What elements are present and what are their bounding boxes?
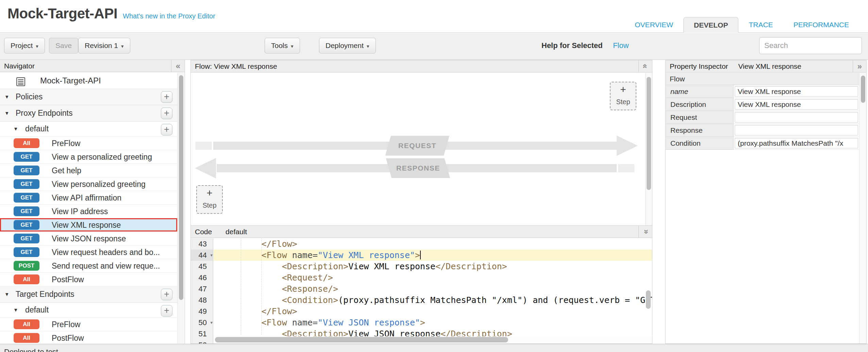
- inspector-field-input[interactable]: View XML response: [735, 86, 858, 97]
- code-hscrollbar-thumb[interactable]: [215, 337, 508, 342]
- indent-guide: [261, 238, 262, 335]
- tab-develop[interactable]: DEVELOP: [683, 17, 738, 33]
- help-flow-link[interactable]: Flow: [613, 41, 629, 50]
- flow-name-label: PreFlow: [52, 320, 80, 329]
- navigator-flow-postflow[interactable]: AllPostFlow: [0, 331, 177, 344]
- line-number-46: 46: [191, 272, 213, 283]
- code-token: <Description>: [282, 261, 349, 271]
- section-target-endpoints[interactable]: ▾ Target Endpoints +: [0, 286, 177, 303]
- line-number-51: 51: [191, 328, 213, 339]
- navigator-flow-preflow[interactable]: AllPreFlow: [0, 318, 177, 331]
- revision-button[interactable]: Revision 1▾: [78, 38, 130, 53]
- inspector-field-value-cell: [734, 124, 859, 137]
- code-line-45[interactable]: <Description>View XML response</Descript…: [214, 261, 652, 272]
- add-target-flow-button[interactable]: +: [161, 305, 172, 317]
- method-badge: GET: [14, 179, 39, 189]
- method-badge: All: [14, 333, 39, 343]
- response-arrowhead-icon: [195, 158, 216, 178]
- disclosure-icon[interactable]: ▾: [14, 122, 17, 136]
- code-line-43[interactable]: </Flow>: [214, 238, 652, 250]
- flow-name-label: View XML response: [52, 221, 121, 229]
- line-number-45: 45: [191, 261, 213, 272]
- add-step-button-response[interactable]: + Step: [196, 185, 223, 214]
- deployment-button[interactable]: Deployment▾: [319, 38, 376, 53]
- code-token: [287, 250, 292, 260]
- method-badge: GET: [14, 247, 39, 257]
- inspector-field-value-cell: [734, 111, 859, 124]
- code-line-46[interactable]: <Request/>: [214, 272, 652, 283]
- code-line-44[interactable]: <Flow name="View XML response">: [214, 250, 652, 261]
- code-vscrollbar-thumb[interactable]: [646, 290, 651, 309]
- fold-toggle-icon[interactable]: ▾: [210, 250, 213, 261]
- save-button[interactable]: Save: [49, 38, 78, 53]
- collapse-flow-panel-icon[interactable]: «: [638, 60, 652, 72]
- tools-button-label: Tools: [271, 42, 288, 49]
- code-line-48[interactable]: <Condition>(proxy.pathsuffix MatchesPath…: [214, 294, 652, 306]
- flow-name-label: View IP address: [52, 207, 108, 216]
- add-policy-button[interactable]: +: [161, 91, 172, 103]
- inspector-field-input[interactable]: (proxy.pathsuffix MatchesPath "/x: [735, 138, 858, 148]
- navigator-flow-view-api-affirmation[interactable]: GETView API affirmation: [0, 191, 177, 205]
- add-proxy-endpoint-button[interactable]: +: [161, 108, 172, 119]
- page-header: Mock-Target-API What's new in the Proxy …: [0, 0, 868, 33]
- inspector-field-label: Description: [666, 98, 734, 111]
- navigator-flow-view-request-headers-and-bo[interactable]: GETView request headers and bo...: [0, 245, 177, 259]
- project-button[interactable]: Project▾: [4, 38, 45, 53]
- inspector-field-input[interactable]: [735, 125, 858, 135]
- flow-name-label: View API affirmation: [52, 193, 121, 202]
- code-token: "View JSON response": [318, 318, 420, 327]
- code-editor[interactable]: </Flow> <Flow name="View XML response"> …: [214, 238, 652, 343]
- inspector-scrollbar-thumb[interactable]: [861, 76, 865, 103]
- tab-trace[interactable]: TRACE: [738, 17, 783, 33]
- proxy-endpoint-default[interactable]: ▾ default +: [0, 122, 177, 137]
- fold-toggle-icon[interactable]: ▾: [210, 317, 213, 328]
- navigator-tree: Mock-Target-API ▾ Policies + ▾ Proxy End…: [0, 73, 177, 344]
- proxy-endpoints-label: Proxy Endpoints: [16, 109, 72, 117]
- code-token: [287, 318, 292, 327]
- navigator-flow-postflow[interactable]: AllPostFlow: [0, 273, 177, 286]
- add-step-button-request[interactable]: + Step: [610, 82, 636, 110]
- indent: [220, 273, 282, 283]
- navigator-flow-get-help[interactable]: GETGet help: [0, 164, 177, 177]
- expand-code-panel-icon[interactable]: «: [638, 226, 652, 238]
- collapse-inspector-icon[interactable]: »: [853, 60, 866, 72]
- disclosure-icon[interactable]: ▾: [14, 303, 17, 317]
- section-proxy-endpoints[interactable]: ▾ Proxy Endpoints +: [0, 105, 177, 122]
- add-proxy-flow-button[interactable]: +: [161, 124, 172, 135]
- whats-new-link[interactable]: What's new in the Proxy Editor: [123, 12, 215, 20]
- proxy-default-label: default: [25, 124, 49, 133]
- code-token: <Flow: [261, 318, 287, 327]
- navigator-scrollbar-thumb[interactable]: [179, 75, 183, 300]
- code-token: "View XML response": [318, 250, 415, 260]
- navigator-flow-view-xml-response[interactable]: GETView XML response: [0, 218, 177, 232]
- add-target-endpoint-button[interactable]: +: [161, 289, 172, 300]
- tools-button[interactable]: Tools▾: [265, 38, 300, 53]
- code-line-49[interactable]: </Flow>: [214, 306, 652, 317]
- navigator-flow-preflow[interactable]: AllPreFlow: [0, 137, 177, 150]
- tab-overview[interactable]: OVERVIEW: [624, 17, 683, 33]
- tab-performance[interactable]: PERFORMANCE: [783, 17, 859, 33]
- navigator-flow-view-json-response[interactable]: GETView JSON response: [0, 232, 177, 245]
- chevron-down-icon: ▾: [367, 43, 369, 49]
- flow-scrollbar-thumb[interactable]: [647, 77, 651, 190]
- target-endpoint-default[interactable]: ▾ default +: [0, 303, 177, 318]
- code-line-50[interactable]: <Flow name="View JSON response">: [214, 317, 652, 328]
- navigator-proxy-root[interactable]: Mock-Target-API: [0, 73, 177, 89]
- inspector-field-input[interactable]: View XML response: [735, 99, 858, 110]
- inspector-row-name: nameView XML response: [666, 85, 859, 98]
- disclosure-icon[interactable]: ▾: [5, 286, 9, 302]
- navigator-flow-view-personalized-greeting[interactable]: GETView personalized greeting: [0, 177, 177, 191]
- request-arrowhead-icon: [617, 135, 638, 156]
- disclosure-icon[interactable]: ▾: [5, 105, 9, 121]
- code-line-47[interactable]: <Response/>: [214, 283, 652, 294]
- navigator-flow-send-request-and-view-reque[interactable]: POSTSend request and view reque...: [0, 259, 177, 273]
- navigator-flow-view-ip-address[interactable]: GETView IP address: [0, 205, 177, 218]
- navigator-flow-view-a-personalized-greeting[interactable]: GETView a personalized greeting: [0, 150, 177, 164]
- search-input[interactable]: [759, 37, 862, 54]
- method-badge: All: [14, 274, 39, 284]
- section-policies[interactable]: ▾ Policies +: [0, 89, 177, 105]
- collapse-navigator-icon[interactable]: «: [171, 60, 185, 72]
- inspector-field-input[interactable]: [735, 112, 858, 123]
- flow-canvas: REQUEST RESPONSE + Step + Step: [191, 73, 652, 225]
- disclosure-icon[interactable]: ▾: [5, 89, 9, 105]
